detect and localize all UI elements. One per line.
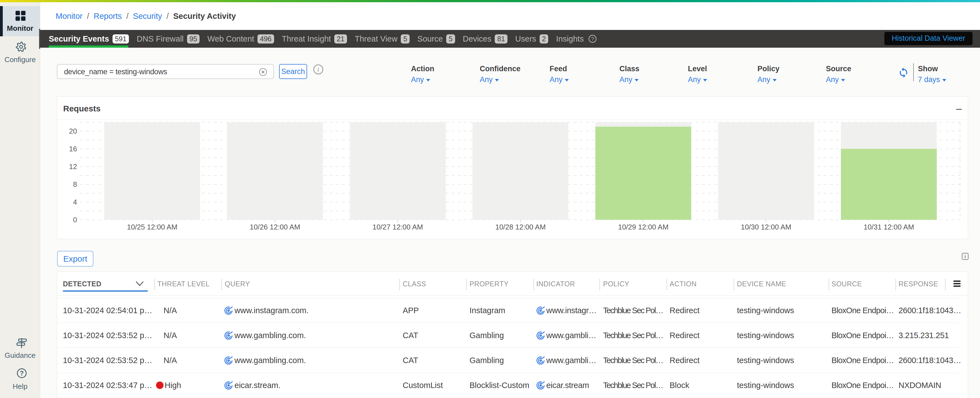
svg-text:12: 12 [69, 162, 77, 171]
svg-text:?: ? [591, 36, 594, 42]
svg-text:10/25 12:00 AM: 10/25 12:00 AM [127, 223, 177, 231]
svg-text:10/26 12:00 AM: 10/26 12:00 AM [250, 223, 300, 231]
svg-text:10/30 12:00 AM: 10/30 12:00 AM [741, 223, 791, 231]
svg-text:16: 16 [69, 145, 77, 153]
svg-text:?: ? [20, 370, 24, 377]
svg-text:10/27 12:00 AM: 10/27 12:00 AM [372, 223, 423, 231]
svg-text:20: 20 [69, 127, 77, 135]
svg-text:10/29 12:00 AM: 10/29 12:00 AM [618, 223, 668, 231]
svg-text:i: i [317, 66, 319, 73]
svg-text:4: 4 [73, 198, 77, 206]
svg-text:10/28 12:00 AM: 10/28 12:00 AM [495, 223, 546, 231]
svg-text:8: 8 [73, 180, 77, 188]
svg-text:10/31 12:00 AM: 10/31 12:00 AM [864, 223, 914, 231]
svg-text:0: 0 [73, 216, 77, 224]
